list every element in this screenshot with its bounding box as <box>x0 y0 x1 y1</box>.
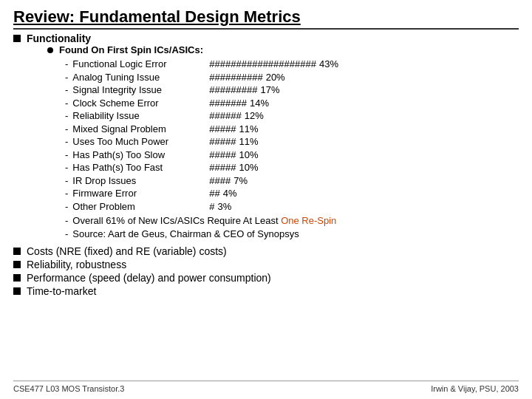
overall-pre: Overall 61% of New ICs/ASICs Require At … <box>72 215 281 226</box>
footer-right: Irwin & Vijay, PSU, 2003 <box>431 384 519 393</box>
item-dash-icon: - <box>65 135 68 149</box>
bottom-bullet-row: Costs (NRE (fixed) and RE (variable) cos… <box>13 245 519 257</box>
item-name: Functional Logic Error <box>72 58 209 71</box>
overall-row: - Overall 61% of New ICs/ASICs Require A… <box>65 214 519 228</box>
list-item: - Signal Integrity Issue ######### 17% <box>65 83 519 97</box>
list-item: - IR Drop Issues #### 7% <box>65 174 519 188</box>
bottom-bullet-label: Costs (NRE (fixed) and RE (variable) cos… <box>27 245 227 257</box>
item-pct: 7% <box>233 174 248 188</box>
item-name: Has Path(s) Too Fast <box>72 161 209 174</box>
item-bars: #################### <box>209 58 316 71</box>
item-dash-icon: - <box>65 161 68 174</box>
list-item: - Reliability Issue ###### 12% <box>65 109 519 123</box>
item-pct: 20% <box>266 71 285 84</box>
list-item: - Firmware Error ## 4% <box>65 187 519 200</box>
item-pct: 3% <box>218 200 232 214</box>
bottom-bullets: Costs (NRE (fixed) and RE (variable) cos… <box>13 245 519 297</box>
bottom-bullet-label: Reliability, robustness <box>27 259 126 270</box>
list-item: - Analog Tuning Issue ########## 20% <box>65 71 519 84</box>
main-content: Functionality Found On First Spin ICs/AS… <box>13 33 519 381</box>
item-dash-icon: - <box>65 97 68 110</box>
item-pct: 11% <box>239 135 259 149</box>
bullet-square-icon <box>13 35 21 42</box>
item-bars: ##### <box>209 161 236 174</box>
item-dash-icon: - <box>65 187 68 200</box>
bottom-bullet-label: Time-to-market <box>27 285 96 297</box>
item-bars: ####### <box>209 97 247 110</box>
item-name: Uses Too Much Power <box>72 135 209 149</box>
item-bars: ######### <box>209 83 257 97</box>
bottom-bullet-row: Performance (speed (delay) and power con… <box>13 272 519 284</box>
item-pct: 17% <box>260 83 279 97</box>
list-item: - Uses Too Much Power ##### 11% <box>65 135 519 149</box>
item-name: Analog Tuning Issue <box>72 71 209 84</box>
found-on-first-row: Found On First Spin ICs/ASICs: <box>47 44 519 55</box>
footer: CSE477 L03 MOS Transistor.3 Irwin & Vija… <box>13 381 519 393</box>
item-name: Signal Integrity Issue <box>72 83 209 97</box>
item-pct: 12% <box>245 109 264 123</box>
bullet-square-icon <box>13 248 21 255</box>
item-dash-icon: - <box>65 200 68 214</box>
overall-highlight: One Re-Spin <box>281 215 336 226</box>
item-name: Other Problem <box>72 200 209 214</box>
item-name: IR Drop Issues <box>72 174 209 188</box>
overall-text: Overall 61% of New ICs/ASICs Require At … <box>72 214 336 228</box>
item-name: Clock Scheme Error <box>72 97 209 110</box>
functionality-section: Functionality Found On First Spin ICs/AS… <box>13 33 519 241</box>
bullet-square-icon <box>13 261 21 268</box>
item-dash-icon: - <box>65 83 68 97</box>
items-list: - Functional Logic Error ###############… <box>65 58 519 214</box>
item-pct: 11% <box>239 123 259 136</box>
list-item: - Other Problem # 3% <box>65 200 519 214</box>
bottom-bullet-row: Reliability, robustness <box>13 259 519 270</box>
item-name: Has Path(s) Too Slow <box>72 149 209 162</box>
bullet-square-icon <box>13 274 21 282</box>
item-dash-icon: - <box>65 71 68 84</box>
item-name: Firmware Error <box>72 187 209 200</box>
list-item: - Has Path(s) Too Slow ##### 10% <box>65 149 519 162</box>
item-pct: 14% <box>250 97 269 110</box>
item-dash-icon: - <box>65 109 68 123</box>
item-bars: ###### <box>209 109 241 123</box>
list-item: - Clock Scheme Error ####### 14% <box>65 97 519 110</box>
item-bars: ##### <box>209 149 236 162</box>
item-pct: 4% <box>223 187 237 200</box>
functionality-label: Functionality <box>27 33 519 44</box>
item-bars: ## <box>209 187 219 200</box>
item-bars: ##### <box>209 123 236 136</box>
page: Review: Fundamental Design Metrics Funct… <box>0 0 532 399</box>
list-item: - Has Path(s) Too Fast ##### 10% <box>65 161 519 174</box>
item-bars: ##### <box>209 135 236 149</box>
list-item: - Functional Logic Error ###############… <box>65 58 519 71</box>
bullet-square-icon <box>13 287 21 295</box>
item-dash-icon: - <box>65 149 68 162</box>
item-pct: 10% <box>239 149 259 162</box>
item-dash-icon: - <box>65 123 68 136</box>
footer-left: CSE477 L03 MOS Transistor.3 <box>13 384 124 393</box>
source-dash: - <box>65 228 68 241</box>
source-row: - Source: Aart de Geus, Chairman & CEO o… <box>65 228 519 241</box>
bottom-bullet-row: Time-to-market <box>13 285 519 297</box>
item-name: Mixed Signal Problem <box>72 123 209 136</box>
item-pct: 10% <box>239 161 259 174</box>
page-title: Review: Fundamental Design Metrics <box>13 7 519 30</box>
item-bars: ########## <box>209 71 262 84</box>
bottom-bullet-label: Performance (speed (delay) and power con… <box>27 272 271 284</box>
item-pct: 43% <box>319 58 338 71</box>
bullet-circle-icon <box>47 47 53 53</box>
list-item: - Mixed Signal Problem ##### 11% <box>65 123 519 136</box>
source-text: Source: Aart de Geus, Chairman & CEO of … <box>72 228 299 241</box>
item-name: Reliability Issue <box>72 109 209 123</box>
overall-dash: - <box>65 214 68 228</box>
item-bars: # <box>209 200 214 214</box>
item-dash-icon: - <box>65 174 68 188</box>
item-dash-icon: - <box>65 58 68 71</box>
item-bars: #### <box>209 174 231 188</box>
found-label: Found On First Spin ICs/ASICs: <box>59 44 203 55</box>
